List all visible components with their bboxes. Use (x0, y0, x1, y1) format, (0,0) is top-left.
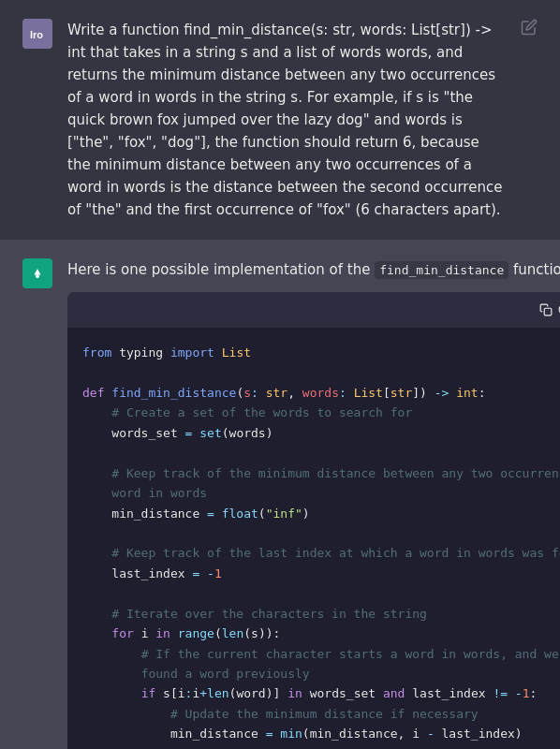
intro-code: find_min_distance (375, 261, 508, 279)
user-message-content: Write a function find_min_distance(s: st… (67, 19, 506, 221)
user-avatar: Iro (22, 19, 52, 49)
assistant-message-content: Here is one possible implementation of t… (67, 258, 560, 749)
user-message: Iro Write a function find_min_distance(s… (0, 0, 560, 240)
svg-text:Iro: Iro (30, 29, 43, 40)
assistant-avatar (22, 258, 52, 288)
code-content: from typing import List def find_min_dis… (67, 328, 560, 749)
assistant-message: Here is one possible implementation of t… (0, 240, 560, 749)
code-text: from typing import List def find_min_dis… (82, 345, 560, 749)
chat-container: Iro Write a function find_min_distance(s… (0, 0, 560, 749)
assistant-intro: Here is one possible implementation of t… (67, 258, 560, 281)
code-block-header: Copy code (67, 292, 560, 328)
intro-text-after: function: (508, 261, 560, 278)
copy-code-button[interactable]: Copy code (532, 300, 560, 320)
copy-icon (539, 303, 553, 316)
user-message-actions (521, 19, 538, 36)
code-block: Copy code from typing import List def fi… (67, 292, 560, 749)
svg-rect-4 (544, 308, 552, 316)
user-message-text: Write a function find_min_distance(s: st… (67, 19, 506, 221)
intro-text-before: Here is one possible implementation of t… (67, 261, 375, 278)
edit-icon[interactable] (521, 19, 538, 36)
